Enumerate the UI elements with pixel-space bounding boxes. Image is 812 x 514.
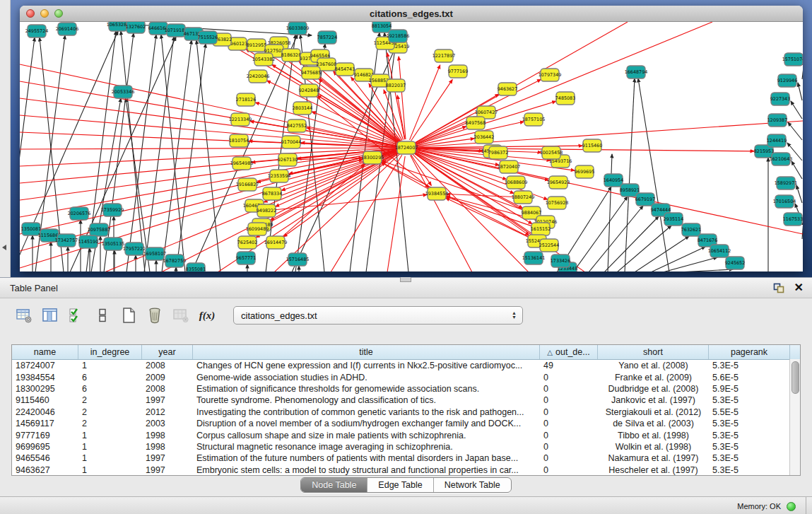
table-cell[interactable]: 1997 [142,395,193,405]
network-window[interactable]: citations_edges.txt 18724007896012389129… [20,6,803,271]
table-cell[interactable]: 2003 [142,419,193,428]
function-builder-icon[interactable]: f(x) [197,305,217,325]
table-cell[interactable]: 5.3E-5 [709,431,790,440]
table-cell[interactable]: 0 [540,442,598,452]
graph-edge[interactable] [161,35,185,271]
table-cell[interactable]: 14569117 [12,419,78,428]
graph-node[interactable]: 16099489 [246,223,269,235]
minimize-window-icon[interactable] [40,9,49,18]
table-cell[interactable]: Yano et al. (2008) [598,361,709,370]
table-cell[interactable]: Tibbo et al. (1998) [598,431,709,440]
graph-node[interactable]: 16782759 [163,255,187,267]
table-cell[interactable]: Estimation of the future numbers of pati… [193,453,540,463]
graph-node[interactable]: 2718126 [236,93,256,106]
table-cell[interactable]: 1998 [142,431,193,440]
zoom-window-icon[interactable] [54,9,63,18]
graph-node[interactable]: 10543382 [252,53,276,66]
table-row[interactable]: 946362711997Embryonic stem cells: a mode… [12,465,800,476]
graph-node[interactable]: 1209387 [767,114,787,127]
graph-node[interactable]: 9657771 [236,252,256,264]
graph-node[interactable]: 2036442 [474,131,494,144]
graph-node[interactable]: 10654112 [708,245,731,257]
new-table-icon[interactable] [119,305,139,325]
graph-node[interactable]: 1615152 [531,223,551,235]
graph-edge[interactable] [410,65,440,140]
table-settings-icon[interactable] [14,305,34,325]
graph-node[interactable]: 9498222 [257,204,276,217]
column-header-pagerank[interactable]: pagerank [709,345,790,359]
graph-node[interactable]: 18300295 [361,151,384,164]
graph-edge[interactable] [635,236,689,271]
table-cell[interactable]: 2 [78,395,142,405]
left-splitter-rail[interactable] [0,0,11,277]
table-cell[interactable]: Hescheler et al. (1997) [598,465,709,475]
close-panel-icon[interactable]: ✕ [794,282,804,293]
graph-node[interactable]: 19384554 [425,187,449,200]
table-row[interactable]: 946554611997Estimation of the future num… [12,452,800,464]
graph-node[interactable]: 19166827 [236,178,259,191]
graph-node[interactable]: 6497568 [466,117,486,129]
graph-node[interactable]: 18757105 [522,113,546,126]
collapse-arrow-icon[interactable] [2,245,6,250]
table-cell[interactable]: 1 [78,431,142,440]
graph-node[interactable]: 8355081 [186,263,206,271]
table-cell[interactable]: Corpus callosum shape and size in male p… [193,431,540,440]
table-cell[interactable]: Wolkin et al. (1998) [598,442,709,452]
graph-node[interactable]: 15892971 [775,177,798,189]
float-panel-icon[interactable] [772,281,786,294]
graph-edge[interactable] [788,122,802,140]
graph-node[interactable]: 7625402 [237,236,257,249]
table-row[interactable]: 1830029562008Estimation of significance … [12,383,800,395]
table-cell[interactable]: Structural magnetic resonance image aver… [193,442,540,452]
delete-table-icon[interactable] [145,305,165,325]
table-cell[interactable]: 49 [540,361,598,370]
graph-edge[interactable] [447,194,514,197]
tab-network-table[interactable]: Network Table [434,478,511,492]
table-cell[interactable]: Disruption of a novel member of a sodium… [193,419,540,428]
table-cell[interactable]: 5.9E-5 [709,384,790,394]
graph-edge[interactable] [20,81,398,146]
tab-edge-table[interactable]: Edge Table [367,478,433,492]
graph-edge[interactable] [638,78,669,271]
graph-node[interactable]: 18720407 [498,160,521,173]
graph-node[interactable]: 18724007 [395,141,418,154]
graph-edge[interactable] [663,257,717,271]
table-cell[interactable]: 18300295 [12,384,78,394]
table-cell[interactable]: 0 [540,373,598,382]
table-cell[interactable]: 6 [78,384,142,394]
graph-canvas[interactable]: 1872400789601238912955182260589127502818… [20,22,803,271]
graph-edge[interactable] [381,163,429,189]
table-row[interactable]: 977716911998Corpus callosum shape and si… [12,429,800,440]
table-row[interactable]: 969969511998Structural magnetic resonanc… [12,441,800,452]
graph-node[interactable]: 9777169 [448,65,468,78]
graph-node[interactable]: 16033809 [286,22,310,35]
table-cell[interactable]: 0 [540,384,598,394]
graph-node[interactable]: 12213349 [229,113,252,126]
graph-node[interactable]: 1810754 [229,134,249,147]
graph-edge[interactable] [798,83,802,100]
graph-node[interactable]: 16210643 [770,153,793,165]
graph-node[interactable]: 9129946 [777,74,797,87]
table-cell[interactable]: Tourette syndrome. Phenomenology and cla… [193,395,540,405]
graph-node[interactable]: 9115460 [582,139,602,152]
table-cell[interactable]: 5.3E-5 [709,395,790,405]
table-cell[interactable]: Estimation of significance thresholds fo… [193,384,540,394]
graph-node[interactable]: 7632621 [681,223,701,236]
graph-node[interactable]: 15751074 [782,53,803,66]
table-cell[interactable]: 22420046 [12,407,78,417]
graph-node[interactable]: 9170044 [281,136,301,148]
graph-node[interactable]: 20053346 [112,86,135,98]
graph-node[interactable]: 10975887 [88,223,111,236]
graph-node[interactable]: 20206576 [68,207,91,220]
graph-edge[interactable] [796,185,802,203]
graph-node[interactable]: 10797349 [539,69,562,81]
graph-edge[interactable] [162,40,192,271]
graph-node[interactable]: 1167533 [783,213,803,226]
table-row[interactable]: 911546021997Tourette syndrome. Phenomeno… [12,395,800,406]
table-cell[interactable]: 0 [540,419,598,428]
graph-node[interactable]: 7515526 [198,31,218,44]
table-cell[interactable]: Embryonic stem cells: a model to study s… [193,465,540,475]
graph-node[interactable]: 8822037 [386,79,406,92]
graph-node[interactable]: 10756928 [546,197,569,209]
table-cell[interactable]: 5.3E-5 [709,419,790,428]
